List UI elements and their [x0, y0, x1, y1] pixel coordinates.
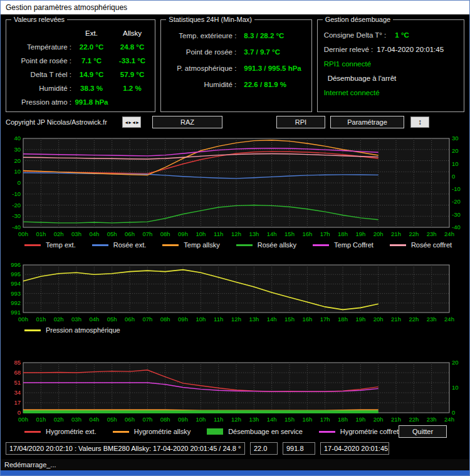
- swap-arrows-button[interactable]: ◄►◄►: [122, 116, 141, 128]
- status-rpi-connecte: RPI1 connecté: [324, 60, 371, 68]
- svg-text:17h: 17h: [320, 416, 330, 423]
- pressure-chart-block: 00h01h02h03h04h05h06h07h08h09h10h11h12h1…: [6, 261, 464, 336]
- svg-text:12h: 12h: [231, 416, 241, 423]
- svg-text:992: 992: [11, 299, 21, 306]
- svg-text:03h: 03h: [71, 230, 81, 237]
- svg-text:01h: 01h: [36, 416, 46, 423]
- svg-text:04h: 04h: [89, 230, 99, 237]
- svg-text:-10: -10: [452, 185, 461, 192]
- value-humidite-ext: 38.3 %: [71, 85, 112, 92]
- svg-text:20h: 20h: [373, 316, 384, 323]
- svg-text:15h: 15h: [285, 230, 295, 237]
- svg-text:19h: 19h: [355, 230, 365, 237]
- value-temp-exterieure: 8.3 / 28.2 °C: [241, 32, 311, 39]
- quitter-button[interactable]: Quitter: [399, 425, 447, 438]
- svg-text:13h: 13h: [249, 316, 259, 323]
- label-consigne: Consigne Delta T° :: [324, 31, 387, 39]
- swap-arrows-icon: ◄►◄►: [124, 120, 139, 125]
- svg-text:14h: 14h: [267, 416, 277, 423]
- temperature-legend: Temp ext.Rosée ext.Temp allskyRosée alls…: [24, 239, 464, 251]
- legend-item: Hygrométrie allsky: [113, 428, 191, 435]
- taskbar-item-redemarrage[interactable]: Redémarrage_...: [4, 461, 56, 468]
- svg-text:17: 17: [14, 399, 21, 406]
- svg-text:06h: 06h: [125, 230, 135, 237]
- legend-item: Temp allsky: [162, 241, 219, 249]
- legend-item: Temp Coffret: [313, 241, 373, 249]
- rpi-button[interactable]: RPI: [276, 116, 325, 128]
- desembuage-body: Consigne Delta T° : 1 °C Dernier relevé …: [318, 20, 464, 100]
- svg-text:85: 85: [14, 359, 21, 366]
- svg-text:51: 51: [14, 379, 21, 386]
- title-bar[interactable]: Gestion paramètres atmosphériques: [1, 1, 469, 14]
- svg-text:22h: 22h: [409, 230, 419, 237]
- svg-text:07h: 07h: [142, 230, 152, 237]
- raz-button[interactable]: RAZ: [152, 116, 222, 128]
- svg-text:20: 20: [452, 359, 459, 366]
- legend-item: Désembuage en service: [207, 428, 303, 435]
- legend-label: Hygrométrie ext.: [46, 428, 97, 435]
- svg-text:24h: 24h: [444, 316, 454, 323]
- svg-text:995: 995: [11, 271, 21, 277]
- label-delta-t: Delta T réel :: [6, 71, 71, 78]
- svg-text:00h: 00h: [18, 316, 28, 323]
- hygrometrie-plot: 00h01h02h03h04h05h06h07h08h09h10h11h12h1…: [6, 359, 466, 424]
- temperatures-plot: 00h01h02h03h04h05h06h07h08h09h10h11h12h1…: [6, 135, 466, 239]
- panel-title-stats: Statistiques 24H (Min-Max): [166, 16, 254, 23]
- up-down-button[interactable]: ↕: [410, 116, 429, 128]
- svg-text:21h: 21h: [391, 316, 401, 323]
- svg-text:18h: 18h: [338, 416, 348, 423]
- svg-text:22h: 22h: [409, 316, 419, 323]
- svg-text:24h: 24h: [444, 416, 454, 423]
- hygrometry-legend: Hygrométrie ext.Hygrométrie allskyDésemb…: [24, 425, 399, 438]
- svg-text:09h: 09h: [178, 230, 188, 237]
- legend-swatch: [113, 431, 129, 433]
- svg-text:02h: 02h: [54, 316, 64, 323]
- parametrage-button[interactable]: Paramétrage: [330, 116, 404, 128]
- svg-text:0: 0: [18, 179, 21, 186]
- svg-text:10: 10: [14, 168, 21, 175]
- legend-label: Temp Coffret: [334, 241, 373, 249]
- svg-text:06h: 06h: [125, 416, 135, 423]
- status-pression-field: 991.8: [283, 442, 315, 455]
- column-header-ext: Ext.: [71, 29, 112, 37]
- legend-label: Désembuage en service: [228, 428, 303, 435]
- svg-text:03h: 03h: [71, 316, 81, 323]
- svg-text:12h: 12h: [231, 230, 241, 237]
- value-p-atmospherique: 991.3 / 995.5 hPa: [241, 65, 311, 72]
- svg-text:14h: 14h: [267, 316, 277, 323]
- panel-title-desembuage: Gestion désembuage: [323, 16, 394, 23]
- svg-text:-20: -20: [12, 202, 21, 209]
- legend-label: Rosée ext.: [113, 241, 147, 249]
- legend-item: Hygrométrie coffret: [319, 428, 399, 435]
- svg-text:30: 30: [14, 146, 21, 153]
- svg-text:13h: 13h: [249, 416, 259, 423]
- svg-text:18h: 18h: [338, 230, 348, 237]
- label-point-rosee-stat: Point de rosée :: [161, 48, 241, 56]
- toolbar: Copyright JP Nicolas/Astrowick.fr ◄►◄► R…: [6, 116, 464, 128]
- svg-text:12h: 12h: [231, 316, 241, 323]
- svg-text:-40: -40: [452, 224, 461, 230]
- svg-text:09h: 09h: [178, 416, 188, 423]
- svg-text:04h: 04h: [89, 316, 99, 323]
- status-bar: 17/04/2020 20:02:10 : Valeurs BME280 All…: [6, 442, 464, 455]
- svg-text:11h: 11h: [214, 416, 223, 423]
- legend-item: Rosée allsky: [236, 241, 296, 249]
- svg-text:-30: -30: [12, 212, 21, 219]
- legend-label: Rosée coffret: [411, 241, 452, 249]
- pressure-chart: 00h01h02h03h04h05h06h07h08h09h10h11h12h1…: [6, 261, 464, 324]
- legend-label: Temp allsky: [184, 241, 219, 249]
- svg-text:20h: 20h: [373, 230, 384, 237]
- legend-swatch: [24, 329, 41, 331]
- svg-text:19h: 19h: [355, 416, 365, 423]
- label-humidite: Humidité :: [6, 85, 71, 92]
- svg-text:13h: 13h: [249, 230, 259, 237]
- valeurs-grid: Ext. Allsky Température : 22.0 °C 24.8 °…: [6, 26, 155, 109]
- column-header-allsky: Allsky: [112, 29, 153, 37]
- hygrometry-legend-row: Hygrométrie ext.Hygrométrie allskyDésemb…: [6, 424, 464, 439]
- value-pression: 991.8 hPa: [71, 98, 112, 106]
- label-temperature: Température :: [6, 43, 71, 51]
- value-rosee-allsky: -33.1 °C: [112, 57, 153, 65]
- svg-text:16h: 16h: [302, 416, 312, 423]
- pressure-legend: Pression atmosphérique: [24, 324, 464, 336]
- label-temp-exterieure: Temp. extérieure :: [161, 32, 241, 39]
